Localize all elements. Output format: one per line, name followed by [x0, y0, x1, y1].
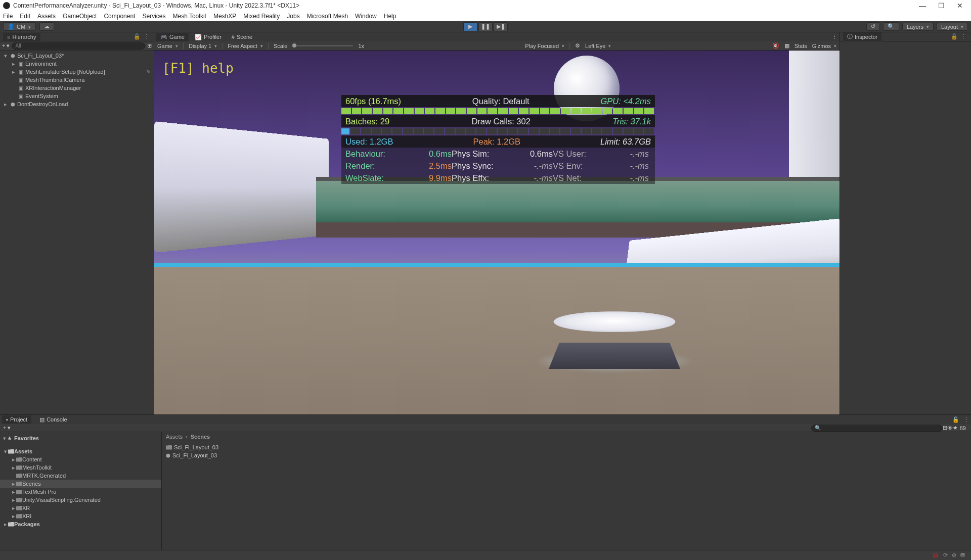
inspector-lock-icon[interactable]: 🔓 — [949, 33, 959, 40]
project-star-icon[interactable]: ★ — [953, 425, 958, 431]
project-tree-item[interactable]: ▸ Unity.VisualScripting.Generated — [0, 496, 161, 504]
tab-project[interactable]: ▪ Project — [2, 415, 31, 424]
cloud-button[interactable]: ☁ — [39, 22, 54, 31]
hierarchy-search-input[interactable] — [12, 42, 145, 50]
project-hidden-icon[interactable]: 👁 — [947, 425, 953, 431]
hierarchy-menu-icon[interactable]: ⋮ — [142, 33, 151, 40]
window-title: ContentPerformanceAnalyzer.unity - Sci_F… — [13, 2, 299, 9]
favorites-header[interactable]: ▾★ Favorites — [0, 434, 161, 442]
hierarchy-item[interactable]: ▸▣Environment — [0, 60, 154, 68]
mute-icon[interactable]: 🔇 — [772, 42, 779, 49]
menu-services[interactable]: Services — [142, 13, 165, 20]
gizmos-dropdown[interactable]: Gizmos — [812, 43, 836, 49]
tab-profiler[interactable]: 📈 Profiler — [191, 33, 226, 41]
asset-list[interactable]: Sci_Fi_Layout_03⬢ Sci_Fi_Layout_03 — [162, 441, 971, 461]
menu-meshxp[interactable]: MeshXP — [213, 13, 236, 20]
menu-component[interactable]: Component — [104, 13, 135, 20]
undo-history-button[interactable]: ↺ — [866, 22, 880, 31]
hierarchy-lock-icon[interactable]: 🔓 — [132, 33, 142, 40]
status-bug-icon[interactable]: 🐞 — [930, 552, 941, 558]
aspect-dropdown[interactable]: Free Aspect — [228, 43, 263, 49]
pause-button[interactable]: ❚❚ — [478, 22, 493, 31]
status-disabled-icon[interactable]: ⊘ — [950, 552, 958, 558]
project-breadcrumb[interactable]: Assets › Scenes — [162, 432, 971, 441]
game-menu-icon[interactable]: ⋮ — [832, 34, 837, 40]
project-tree-item[interactable]: ▸ XR — [0, 504, 161, 512]
scale-value: 1x — [358, 43, 364, 49]
hierarchy-item[interactable]: ▾⬢Sci_Fi_Layout_03* — [0, 52, 154, 60]
hierarchy-item[interactable]: ▸▣MeshEmulatorSetup [NoUpload] ✎ — [0, 68, 154, 76]
tab-console[interactable]: ▤ Console — [35, 415, 71, 424]
display-dropdown[interactable]: Display 1 — [189, 43, 217, 49]
menu-edit[interactable]: Edit — [20, 13, 30, 20]
perf-fps-bar — [341, 108, 655, 114]
hierarchy-tab[interactable]: ≡ Hierarchy — [3, 33, 40, 41]
project-tree-item[interactable]: MRTK.Generated — [0, 472, 161, 480]
hierarchy-item[interactable]: ▣XRInteractionManager — [0, 84, 154, 92]
gear-icon[interactable]: ⚙ — [575, 42, 580, 49]
play-button[interactable]: ▶ — [463, 22, 477, 31]
menu-gameobject[interactable]: GameObject — [63, 13, 97, 20]
project-tree-item[interactable]: ▸ Packages — [0, 520, 161, 528]
menu-mesh-toolkit[interactable]: Mesh Toolkit — [172, 13, 206, 20]
asset-item[interactable]: ⬢ Sci_Fi_Layout_03 — [166, 451, 967, 459]
menu-help[interactable]: Help — [384, 13, 396, 20]
folder-icon — [16, 474, 22, 478]
help-hint: [F1] help — [162, 61, 234, 76]
project-tree-item[interactable]: ▸ XRI — [0, 512, 161, 520]
project-create-dropdown[interactable]: + ▾ — [3, 425, 11, 431]
project-tree-item[interactable]: ▸ Content — [0, 455, 161, 463]
project-tree-item[interactable]: ▸ TextMesh Pro — [0, 488, 161, 496]
layers-dropdown[interactable]: Layers — [902, 23, 934, 31]
layout-dropdown[interactable]: Layout — [937, 23, 968, 31]
minimize-button[interactable]: — — [919, 2, 926, 10]
game-viewport[interactable]: [F1] help 60fps (16.7ms)Quality: Default… — [154, 51, 840, 414]
status-auto-icon[interactable]: ⟳ — [941, 552, 950, 558]
menu-file[interactable]: File — [3, 13, 13, 20]
hierarchy-tree[interactable]: ▾⬢Sci_Fi_Layout_03*▸▣Environment▸▣MeshEm… — [0, 51, 154, 414]
hierarchy-item[interactable]: ▣MeshThumbnailCamera — [0, 76, 154, 84]
play-focused-dropdown[interactable]: Play Focused — [525, 43, 564, 49]
perf-tris: Tris: 37.1k — [612, 115, 651, 127]
hierarchy-item[interactable]: ▣EventSystem — [0, 92, 154, 100]
close-button[interactable]: ✕ — [957, 2, 963, 10]
scale-slider[interactable] — [292, 45, 353, 46]
hierarchy-item[interactable]: ▸⬢DontDestroyOnLoad — [0, 100, 154, 108]
tab-scene[interactable]: # Scene — [228, 33, 256, 41]
project-tree[interactable]: ▾★ Favorites ▾ Assets▸ Content▸ MeshTool… — [0, 432, 162, 550]
tab-game[interactable]: 🎮 Game — [156, 33, 189, 41]
breadcrumb-current[interactable]: Scenes — [191, 434, 210, 440]
maximize-button[interactable]: ☐ — [938, 2, 945, 10]
status-cache-icon[interactable]: ⛃ — [958, 552, 967, 558]
perf-mem-bar — [341, 128, 655, 134]
stats-icon[interactable]: ▦ — [784, 42, 789, 49]
hierarchy-filter-icon[interactable]: ⊞ — [147, 42, 152, 49]
menu-microsoft-mesh[interactable]: Microsoft Mesh — [307, 13, 348, 20]
table-prop — [549, 303, 680, 369]
menu-assets[interactable]: Assets — [37, 13, 56, 20]
inspector-menu-icon[interactable]: ⋮ — [959, 33, 968, 40]
menu-window[interactable]: Window — [355, 13, 377, 20]
project-tree-item[interactable]: ▸ Scenes — [0, 480, 161, 488]
project-tree-item[interactable]: ▸ MeshToolkit — [0, 463, 161, 472]
inspector-tab[interactable]: ⓘ Inspector — [843, 32, 881, 41]
stats-button[interactable]: Stats — [795, 43, 807, 49]
menu-mixed-reality[interactable]: Mixed Reality — [243, 13, 280, 20]
game-mode-dropdown[interactable]: Game — [157, 43, 178, 49]
project-search-input[interactable] — [811, 425, 943, 432]
eye-dropdown[interactable]: Left Eye — [585, 43, 611, 49]
search-global-button[interactable]: 🔍 — [883, 22, 899, 31]
project-filter-icon[interactable]: ⊞ — [943, 425, 947, 431]
create-dropdown[interactable]: + ▾ — [2, 42, 10, 49]
step-button[interactable]: ▶❚ — [494, 22, 508, 31]
wall-prop — [154, 121, 329, 253]
folder-icon — [16, 457, 22, 462]
project-menu-icon[interactable]: ⋮ — [963, 416, 969, 423]
folder-icon — [8, 449, 14, 454]
breadcrumb-root[interactable]: Assets — [166, 434, 183, 440]
asset-item[interactable]: Sci_Fi_Layout_03 — [166, 443, 967, 451]
project-lock-icon[interactable]: 🔓 — [952, 416, 959, 423]
menu-jobs[interactable]: Jobs — [287, 13, 299, 20]
account-dropdown[interactable]: 👤 CM — [3, 22, 35, 31]
project-tree-item[interactable]: ▾ Assets — [0, 447, 161, 455]
